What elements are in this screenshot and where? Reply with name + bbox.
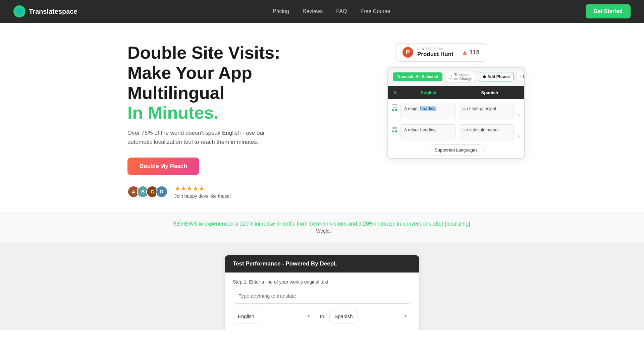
language-selectors: English French German Spanish Italian to… [233, 309, 411, 323]
mockup-toolbar: Translate All Selected Translate on Chan… [388, 68, 524, 86]
supported-languages-area: Supported Languages [388, 144, 524, 158]
row-icon-area [392, 124, 397, 132]
mockup-row-1: A major heading Un título principal ✎ [392, 103, 520, 119]
product-hunt-text: FEATURED ON Product Hunt [417, 47, 453, 58]
nav-pricing[interactable]: Pricing [273, 8, 289, 14]
star-rating: ★★★★★ [174, 184, 231, 192]
nav-reviews[interactable]: Reviews [303, 8, 323, 14]
happy-devs-label: Join happy devs like these! [174, 193, 231, 199]
supported-languages-button[interactable]: Supported Languages [428, 144, 485, 156]
product-hunt-badge: P FEATURED ON Product Hunt ▲ 115 [396, 43, 486, 62]
row1-spanish-output: Un título principal [459, 103, 514, 119]
row1-english-input[interactable]: A major heading [400, 103, 455, 119]
ph-featured-label: FEATURED ON [417, 47, 453, 51]
export-icon: ↑ [520, 74, 522, 79]
ph-count: ▲ 115 [462, 49, 480, 56]
mockup-header: ≡ English Spanish [388, 86, 524, 99]
performance-card: Test Performance - Powered By DeepL Step… [225, 255, 419, 330]
row-bars-icon [392, 126, 397, 129]
row-icon-area [392, 103, 397, 111]
from-language-select[interactable]: English French German Spanish Italian [233, 309, 261, 323]
translate-input[interactable] [233, 288, 411, 304]
row2-english-input[interactable]: A minor heading [400, 124, 455, 140]
avatar-stack: A B C D [127, 186, 165, 198]
ph-name: Product Hunt [417, 51, 453, 58]
from-language-wrapper: English French German Spanish Italian [233, 309, 315, 323]
logo[interactable]: 🌐 Translatespace [13, 5, 77, 17]
translate-all-button[interactable]: Translate All Selected [393, 72, 442, 81]
happy-devs-text: ★★★★★ Join happy devs like these! [174, 184, 231, 199]
mockup-rows: A major heading Un título principal ✎ [388, 99, 524, 144]
product-hunt-icon: P [402, 47, 413, 58]
hero-title: Double Site Visits: Make Your App Multil… [127, 43, 329, 123]
export-button[interactable]: ↑ Export [516, 72, 525, 81]
translate-on-change-toggle[interactable]: Translate on Change [445, 71, 476, 82]
row2-spanish-output: Un subtitulo menor [459, 124, 514, 140]
double-my-reach-button[interactable]: Double My Reach [127, 158, 199, 175]
toggle-dot [449, 75, 452, 79]
row-bars-icon [392, 104, 397, 108]
edit-icon: ✎ [517, 113, 520, 118]
logo-icon: 🌐 [13, 5, 25, 17]
nav-free-course[interactable]: Free Course [360, 8, 390, 14]
add-phrase-button[interactable]: ⊕ Add Phrase [479, 72, 514, 81]
ph-number: 115 [469, 49, 479, 56]
header-icon: ≡ [393, 89, 396, 96]
spanish-column-header: Spanish [461, 90, 519, 95]
row-dots [392, 130, 397, 132]
nav-links: Pricing Reviews FAQ Free Course [273, 8, 390, 14]
to-language-wrapper: Spanish French German English Italian [329, 309, 411, 323]
plus-icon: ⊕ [483, 74, 486, 79]
to-language-select[interactable]: Spanish French German English Italian [329, 309, 358, 323]
get-started-button[interactable]: Get Started [586, 4, 631, 18]
ph-arrow-icon: ▲ [462, 49, 468, 56]
testimonial-author: - Weglot [13, 228, 631, 234]
avatar: D [156, 186, 168, 198]
testimonial-strip: REVIEWS.io experienced a 120% increase i… [0, 213, 644, 242]
highlighted-text: heading [420, 106, 436, 111]
hero-title-accent: In Minutes. [127, 103, 219, 122]
english-column-header: English [399, 90, 458, 95]
performance-card-header: Test Performance - Powered By DeepL [225, 255, 419, 273]
performance-card-body: Step 1: Enter a line of your work's orig… [225, 273, 419, 330]
mockup-row-2: A minor heading Un subtitulo menor ✎ [392, 124, 520, 140]
toggle-label: Translate on Change [454, 73, 473, 81]
nav-faq[interactable]: FAQ [336, 8, 347, 14]
performance-section: Test Performance - Powered By DeepL Step… [0, 242, 644, 330]
testimonial-text: REVIEWS.io experienced a 120% increase i… [13, 221, 631, 227]
logo-text: Translatespace [29, 8, 77, 15]
row-dots [392, 109, 397, 111]
edit-icon: ✎ [517, 134, 520, 139]
happy-devs: A B C D ★★★★★ Join happy devs like these… [127, 184, 329, 199]
to-label: to [320, 313, 324, 319]
hero-section: Double Site Visits: Make Your App Multil… [0, 23, 644, 242]
step-label: Step 1: Enter a line of your work's orig… [233, 279, 411, 285]
hero-subtitle: Over 75% of the world doesn't speak Engl… [127, 128, 275, 146]
hero-right: P FEATURED ON Product Hunt ▲ 115 Transla… [382, 43, 530, 159]
app-mockup: Translate All Selected Translate on Chan… [387, 67, 525, 159]
hero-left: Double Site Visits: Make Your App Multil… [127, 43, 329, 199]
navbar: 🌐 Translatespace Pricing Reviews FAQ Fre… [0, 0, 644, 23]
